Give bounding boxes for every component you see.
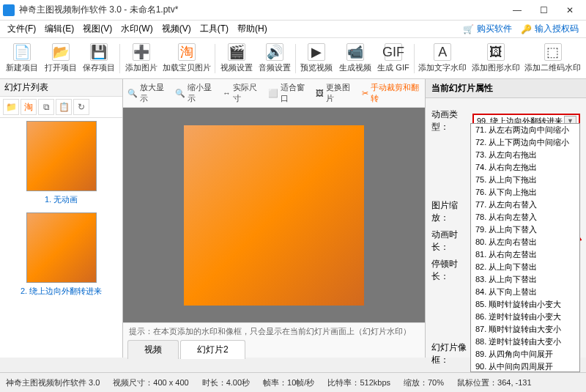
dropdown-item[interactable]: 76. 从下向上拖出 (471, 186, 579, 199)
slide-item-1[interactable]: 1. 无动画 (3, 121, 119, 205)
paste-icon[interactable]: 📋 (56, 99, 72, 115)
dropdown-item[interactable]: 87. 顺时针旋转由大变小 (471, 323, 579, 336)
dropdown-item[interactable]: 72. 从上下两边向中间缩小 (471, 136, 579, 149)
status-mouse: 鼠标位置：364, -131 (457, 377, 531, 388)
dropdown-item[interactable]: 80. 从左向右替出 (471, 236, 579, 248)
copy-icon[interactable]: ⧉ (38, 99, 54, 115)
maximize-button[interactable]: ☐ (530, 1, 557, 20)
dropdown-item[interactable]: 83. 从上向下替出 (471, 273, 579, 286)
fit-window-button[interactable]: ⬜适合窗口 (268, 82, 308, 104)
gen-gif-button[interactable]: GIF生成 GIF (374, 42, 412, 75)
sidebar-tools: 📁 淘 ⧉ 📋 ↻ (0, 97, 122, 118)
dropdown-item[interactable]: 89. 从四角向中间展开 (471, 348, 579, 360)
sidebar-header: 幻灯片列表 (0, 79, 122, 97)
stay-duration-label: 停顿时长： (431, 258, 472, 283)
replace-image-button[interactable]: 🖼更换图片 (316, 82, 354, 104)
canvas[interactable] (123, 108, 425, 322)
properties-panel: 当前幻灯片属性 动画类型： 99. 绕上边向外翻转进来 71. 从左右两边向中间… (425, 79, 586, 358)
video-settings-button[interactable]: 🎬视频设置 (217, 42, 255, 75)
dropdown-item[interactable]: 78. 从右向左替入 (471, 211, 579, 223)
thumbnail-2 (26, 212, 97, 283)
dropdown-item[interactable]: 82. 从上向下替出 (471, 261, 579, 273)
status-app: 神奇主图视频制作软件 3.0 (6, 377, 100, 388)
status-bitrate: 比特率：512kbps (327, 377, 390, 388)
dropdown-item[interactable]: 73. 从左向右拖出 (471, 149, 579, 161)
tab-video[interactable]: 视频 (127, 340, 179, 359)
preview-video-button[interactable]: ▶预览视频 (297, 42, 335, 75)
save-project-button[interactable]: 💾保存项目 (80, 42, 118, 75)
menu-video[interactable]: 视频(V) (157, 21, 196, 37)
actual-size-button[interactable]: ↔实际尺寸 (223, 82, 261, 104)
tab-slide2[interactable]: 幻灯片2 (180, 340, 245, 359)
dropdown-item[interactable]: 81. 从右向左替出 (471, 248, 579, 261)
dropdown-item[interactable]: 79. 从上向下替入 (471, 223, 579, 236)
anim-duration-label: 动画时长： (431, 229, 472, 254)
load-taobao-button[interactable]: 淘加载宝贝图片 (160, 42, 214, 75)
titlebar: 神奇主图视频制作软件 3.0 - 未命名1.ptv* — ☐ ✕ (0, 0, 586, 21)
img-scale-label: 图片缩放： (431, 199, 472, 224)
license-link[interactable]: 🔑输入授权码 (516, 21, 583, 37)
new-project-button[interactable]: 📄新建项目 (3, 42, 41, 75)
main: 幻灯片列表 📁 淘 ⧉ 📋 ↻ 1. 无动画 2. 绕上边向外翻转进来 🔍放大显… (0, 79, 586, 358)
minimize-button[interactable]: — (504, 1, 530, 20)
anim-dropdown[interactable]: 71. 从左右两边向中间缩小72. 从上下两边向中间缩小73. 从左向右拖出74… (470, 123, 580, 372)
gen-video-button[interactable]: 📹生成视频 (336, 42, 374, 75)
slide-item-2[interactable]: 2. 绕上边向外翻转进来 (3, 212, 119, 297)
sidebar: 幻灯片列表 📁 淘 ⧉ 📋 ↻ 1. 无动画 2. 绕上边向外翻转进来 (0, 79, 123, 358)
statusbar: 神奇主图视频制作软件 3.0 视频尺寸：400 x 400 时长：4.00秒 帧… (0, 372, 586, 392)
zoom-out-button[interactable]: 🔍缩小显示 (175, 82, 215, 104)
app-title: 神奇主图视频制作软件 3.0 - 未命名1.ptv* (19, 4, 504, 16)
image-watermark-button[interactable]: 🖼添加图形水印 (470, 42, 523, 75)
menu-view[interactable]: 视图(V) (78, 21, 116, 37)
close-button[interactable]: ✕ (557, 1, 583, 20)
dropdown-item[interactable]: 85. 顺时针旋转由小变大 (471, 298, 579, 311)
crop-flip-button[interactable]: ✂手动裁剪和翻转 (362, 82, 420, 104)
menu-file[interactable]: 文件(F) (3, 21, 40, 37)
dropdown-item[interactable]: 75. 从上向下拖出 (471, 174, 579, 186)
anim-type-label: 动画类型： (431, 108, 472, 133)
status-size: 视频尺寸：400 x 400 (113, 377, 188, 388)
status-zoom: 缩放：70% (404, 377, 444, 388)
menu-help[interactable]: 帮助(H) (233, 21, 272, 37)
menubar: 文件(F) 编辑(E) 视图(V) 水印(W) 视频(V) 工具(T) 帮助(H… (0, 21, 586, 38)
buy-link[interactable]: 🛒购买软件 (459, 21, 516, 37)
canvas-toolbar: 🔍放大显示 🔍缩小显示 ↔实际尺寸 ⬜适合窗口 🖼更换图片 ✂手动裁剪和翻转 (123, 79, 425, 108)
menu-tool[interactable]: 工具(T) (196, 21, 233, 37)
dropdown-item[interactable]: 84. 从下向上替出 (471, 286, 579, 298)
audio-settings-button[interactable]: 🔊音频设置 (256, 42, 294, 75)
menu-edit[interactable]: 编辑(E) (40, 21, 78, 37)
dropdown-item[interactable]: 90. 从中间向四周展开 (471, 360, 579, 372)
slide-list[interactable]: 1. 无动画 2. 绕上边向外翻转进来 (0, 118, 122, 358)
hint-text: 提示：在本页添加的水印和像框，只会显示在当前幻灯片画面上（幻灯片水印） (123, 323, 425, 340)
dropdown-item[interactable]: 77. 从左向右替入 (471, 199, 579, 211)
dropdown-item[interactable]: 71. 从左右两边向中间缩小 (471, 124, 579, 136)
dropdown-item[interactable]: 88. 逆时针旋转由大变小 (471, 336, 579, 348)
folder-open-icon[interactable]: 📁 (3, 99, 19, 115)
taobao-icon[interactable]: 淘 (21, 99, 37, 115)
canvas-image (184, 125, 364, 306)
menu-watermark[interactable]: 水印(W) (116, 21, 157, 37)
toolbar: 📄新建项目 📂打开项目 💾保存项目 ➕添加图片 淘加载宝贝图片 🎬视频设置 🔊音… (0, 38, 586, 79)
dropdown-item[interactable]: 86. 逆时针旋转由小变大 (471, 311, 579, 323)
dropdown-item[interactable]: 74. 从右向左拖出 (471, 161, 579, 174)
refresh-icon[interactable]: ↻ (73, 99, 89, 115)
add-image-button[interactable]: ➕添加图片 (122, 42, 160, 75)
app-icon (3, 4, 15, 16)
thumbnail-1 (26, 121, 97, 191)
zoom-in-button[interactable]: 🔍放大显示 (127, 82, 168, 104)
status-fps: 帧率：10帧/秒 (263, 377, 314, 388)
canvas-footer: 提示：在本页添加的水印和像框，只会显示在当前幻灯片画面上（幻灯片水印） 视频 幻… (123, 322, 425, 358)
text-watermark-button[interactable]: A添加文字水印 (416, 42, 470, 75)
open-project-button[interactable]: 📂打开项目 (41, 42, 79, 75)
status-duration: 时长：4.00秒 (202, 377, 250, 388)
center-panel: 🔍放大显示 🔍缩小显示 ↔实际尺寸 ⬜适合窗口 🖼更换图片 ✂手动裁剪和翻转 提… (123, 79, 425, 358)
qr-watermark-button[interactable]: ⬚添加二维码水印 (522, 42, 583, 75)
properties-header: 当前幻灯片属性 (426, 79, 586, 98)
